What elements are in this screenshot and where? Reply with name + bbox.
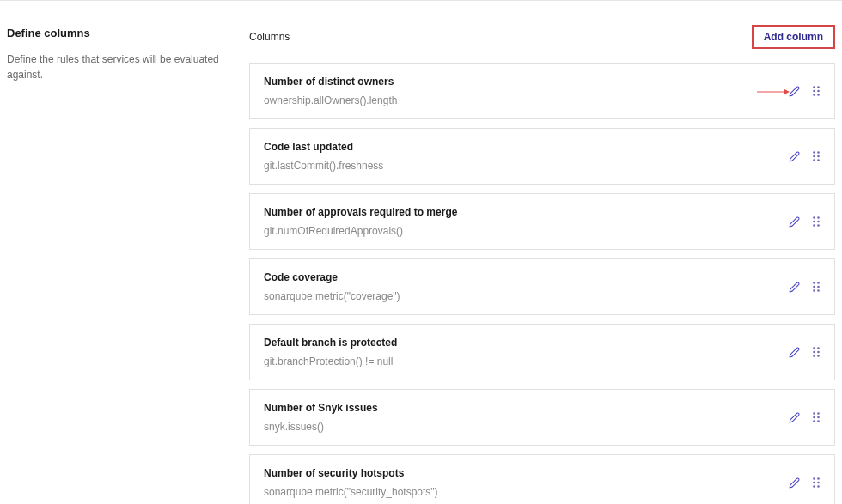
- grip-icon: [812, 150, 821, 162]
- svg-point-24: [813, 289, 815, 292]
- column-content: Code coverage sonarqube.metric("coverage…: [264, 271, 789, 302]
- svg-point-39: [817, 477, 820, 480]
- edit-column-button[interactable]: [789, 477, 800, 489]
- drag-handle[interactable]: [812, 281, 821, 293]
- svg-point-18: [813, 224, 815, 227]
- grip-icon: [812, 346, 821, 358]
- main-content: Columns Add column Number of distinct ow…: [249, 25, 835, 504]
- drag-handle[interactable]: [812, 411, 821, 423]
- column-card: Number of distinct owners ownership.allO…: [249, 63, 835, 119]
- column-title: Number of distinct owners: [264, 76, 789, 88]
- svg-point-2: [813, 86, 815, 88]
- sidebar-title: Define columns: [7, 27, 222, 39]
- column-actions: [789, 150, 821, 162]
- svg-point-4: [813, 90, 815, 93]
- drag-handle[interactable]: [812, 346, 821, 358]
- svg-point-25: [817, 289, 820, 292]
- column-card: Number of security hotspots sonarqube.me…: [249, 454, 835, 504]
- svg-point-36: [813, 420, 815, 422]
- svg-point-27: [817, 347, 820, 349]
- pencil-icon: [789, 282, 800, 293]
- svg-point-20: [813, 282, 815, 284]
- pencil-icon: [789, 477, 800, 489]
- pencil-icon: [789, 86, 800, 97]
- drag-handle[interactable]: [812, 216, 821, 228]
- column-expression: git.numOfRequiredApprovals(): [264, 225, 789, 237]
- column-content: Number of Snyk issues snyk.issues(): [264, 402, 789, 433]
- column-title: Default branch is protected: [264, 337, 789, 349]
- edit-column-button[interactable]: [789, 282, 800, 293]
- column-actions: [789, 281, 821, 293]
- column-card: Number of approvals required to merge gi…: [249, 193, 835, 250]
- svg-point-42: [813, 485, 815, 488]
- column-expression: ownership.allOwners().length: [264, 94, 789, 106]
- drag-handle[interactable]: [812, 85, 821, 97]
- column-title: Number of Snyk issues: [264, 402, 789, 414]
- add-column-button[interactable]: Add column: [752, 25, 835, 49]
- column-expression: snyk.issues(): [264, 421, 789, 433]
- edit-column-button[interactable]: [789, 412, 800, 423]
- column-title: Code last updated: [264, 141, 789, 153]
- sidebar-description: Define the rules that services will be e…: [7, 52, 222, 82]
- svg-point-33: [817, 412, 820, 415]
- column-card: Code last updated git.lastCommit().fresh…: [249, 128, 835, 185]
- svg-point-16: [813, 221, 815, 223]
- edit-column-button[interactable]: [789, 86, 800, 97]
- svg-point-35: [817, 416, 820, 419]
- svg-point-38: [813, 477, 815, 480]
- svg-point-14: [813, 216, 815, 219]
- columns-header: Columns Add column: [249, 25, 835, 49]
- column-title: Number of security hotspots: [264, 467, 789, 479]
- svg-point-11: [817, 155, 820, 158]
- svg-point-28: [813, 351, 815, 354]
- svg-point-21: [817, 282, 820, 284]
- svg-point-37: [817, 420, 820, 422]
- pencil-icon: [789, 347, 800, 358]
- svg-point-8: [813, 151, 815, 154]
- column-actions: [789, 477, 821, 489]
- svg-point-17: [817, 221, 820, 223]
- svg-point-32: [813, 412, 815, 415]
- svg-point-23: [817, 286, 820, 288]
- svg-point-31: [817, 355, 820, 357]
- edit-column-button[interactable]: [789, 151, 800, 162]
- column-actions: [789, 216, 821, 228]
- grip-icon: [812, 411, 821, 423]
- svg-point-40: [813, 482, 815, 484]
- column-expression: sonarqube.metric("coverage"): [264, 290, 789, 302]
- edit-column-button[interactable]: [789, 216, 800, 228]
- svg-point-10: [813, 155, 815, 158]
- svg-point-19: [817, 224, 820, 227]
- pencil-icon: [789, 216, 800, 228]
- column-expression: git.branchProtection() != null: [264, 355, 789, 367]
- edit-column-button[interactable]: [789, 347, 800, 358]
- column-content: Number of distinct owners ownership.allO…: [264, 76, 789, 106]
- column-list: Number of distinct owners ownership.allO…: [249, 63, 835, 504]
- svg-point-34: [813, 416, 815, 419]
- grip-icon: [812, 85, 821, 97]
- column-title: Code coverage: [264, 271, 789, 283]
- column-card: Number of Snyk issues snyk.issues(): [249, 389, 835, 446]
- sidebar: Define columns Define the rules that ser…: [7, 25, 222, 504]
- svg-point-3: [817, 86, 820, 88]
- column-actions: [789, 411, 821, 423]
- grip-icon: [812, 281, 821, 293]
- column-expression: sonarqube.metric("security_hotspots"): [264, 486, 789, 498]
- svg-point-15: [817, 216, 820, 219]
- svg-point-26: [813, 347, 815, 349]
- drag-handle[interactable]: [812, 150, 821, 162]
- svg-point-22: [813, 286, 815, 288]
- column-actions: [789, 346, 821, 358]
- grip-icon: [812, 477, 821, 489]
- column-card: Default branch is protected git.branchPr…: [249, 324, 835, 380]
- pencil-icon: [789, 412, 800, 423]
- column-actions: [789, 85, 821, 97]
- define-columns-section: Define columns Define the rules that ser…: [0, 0, 842, 504]
- column-content: Code last updated git.lastCommit().fresh…: [264, 141, 789, 172]
- drag-handle[interactable]: [812, 477, 821, 489]
- column-content: Number of security hotspots sonarqube.me…: [264, 467, 789, 498]
- svg-point-9: [817, 151, 820, 154]
- column-expression: git.lastCommit().freshness: [264, 160, 789, 172]
- svg-point-30: [813, 355, 815, 357]
- columns-label: Columns: [249, 31, 290, 43]
